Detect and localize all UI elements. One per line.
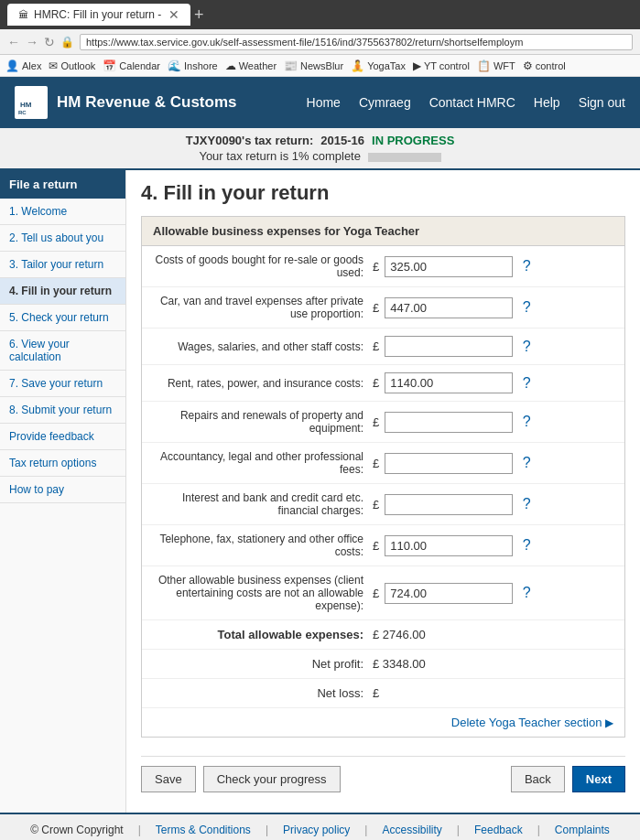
- form-row-rent: Rent, rates, power, and insurance costs:…: [142, 365, 624, 402]
- pound-accountancy: £: [373, 457, 379, 470]
- input-group-other: £ ?: [373, 583, 535, 604]
- user-ref: TJXY0090's tax return:: [186, 134, 314, 147]
- progress-banner: TJXY0090's tax return: 2015-16 IN PROGRE…: [0, 128, 640, 170]
- bookmark-yogatax[interactable]: 🧘 YogaTax: [351, 59, 406, 72]
- nav-help[interactable]: Help: [534, 95, 560, 110]
- help-icon-wages[interactable]: ?: [518, 339, 535, 355]
- nav-contact[interactable]: Contact HMRC: [429, 95, 515, 110]
- check-progress-button[interactable]: Check your progress: [203, 766, 341, 792]
- next-button[interactable]: Next: [572, 766, 625, 792]
- browser-chrome: 🏛 HMRC: Fill in your return - All... ✕ +: [0, 0, 640, 29]
- form-row-accountancy: Accountancy, legal and other professiona…: [142, 443, 624, 484]
- bookmarks-bar: 👤 Alex ✉ Outlook 📅 Calendar 🌊 Inshore ☁ …: [0, 55, 640, 77]
- sidebar-item-options[interactable]: Tax return options: [0, 450, 125, 477]
- pound-wages: £: [373, 339, 379, 353]
- hmrc-logo-text: HM Revenue & Customs: [57, 93, 236, 112]
- input-rent[interactable]: [385, 372, 513, 393]
- input-goods[interactable]: [385, 256, 513, 277]
- pound-telephone: £: [373, 539, 379, 553]
- sidebar-item-pay[interactable]: How to pay: [0, 477, 125, 503]
- pound-rent: £: [373, 376, 379, 390]
- label-wages: Wages, salaries, and other staff costs:: [153, 340, 373, 353]
- input-repairs[interactable]: [385, 412, 513, 433]
- form-row-interest: Interest and bank and credit card etc. f…: [142, 484, 624, 525]
- tab-favicon: 🏛: [18, 9, 28, 20]
- footer-links: © Crown Copyright | Terms & Conditions |…: [15, 824, 625, 836]
- bookmark-calendar[interactable]: 📅 Calendar: [103, 59, 160, 72]
- save-button[interactable]: Save: [141, 766, 196, 792]
- help-icon-travel[interactable]: ?: [518, 299, 535, 316]
- form-row-telephone: Telephone, fax, stationery and other off…: [142, 525, 624, 566]
- back-button[interactable]: ←: [7, 35, 20, 49]
- browser-tab[interactable]: 🏛 HMRC: Fill in your return - All... ✕: [7, 4, 190, 26]
- input-accountancy[interactable]: [385, 453, 513, 474]
- pound-other: £: [373, 587, 379, 600]
- net-loss-value: £: [373, 686, 379, 700]
- bookmark-newsblur[interactable]: 📰 NewsBlur: [284, 59, 343, 72]
- input-wages[interactable]: [385, 336, 513, 357]
- label-repairs: Repairs and renewals of property and equ…: [153, 409, 373, 435]
- hmrc-main-nav: Home Cymraeg Contact HMRC Help Sign out: [307, 95, 625, 110]
- help-icon-other[interactable]: ?: [518, 585, 535, 601]
- nav-home[interactable]: Home: [307, 95, 341, 110]
- net-profit-label: Net profit:: [153, 657, 373, 671]
- input-group-interest: £ ?: [373, 494, 535, 515]
- sidebar-item-submit[interactable]: 8. Submit your return: [0, 397, 125, 424]
- delete-link-container: Delete Yoga Teacher section ▶: [142, 708, 624, 737]
- sidebar-item-tailor[interactable]: 3. Tailor your return: [0, 252, 125, 278]
- sidebar-item-check[interactable]: 5. Check your return: [0, 305, 125, 331]
- svg-text:HM: HM: [20, 101, 32, 109]
- footer-accessibility[interactable]: Accessibility: [382, 824, 441, 836]
- forward-button[interactable]: →: [26, 35, 38, 49]
- bookmark-outlook[interactable]: ✉ Outlook: [49, 59, 95, 72]
- bookmark-weather-icon: ☁: [225, 59, 236, 72]
- help-icon-repairs[interactable]: ?: [518, 414, 535, 430]
- btn-group-left: Save Check your progress: [141, 766, 341, 792]
- back-button[interactable]: Back: [511, 766, 565, 792]
- sidebar-item-welcome[interactable]: 1. Welcome: [0, 199, 125, 225]
- input-telephone[interactable]: [385, 535, 513, 556]
- bookmark-alex-label: Alex: [22, 60, 41, 71]
- address-bar-input[interactable]: [80, 34, 633, 50]
- sidebar-title: File a return: [0, 170, 125, 199]
- delete-section-link[interactable]: Delete Yoga Teacher section ▶: [451, 716, 613, 729]
- footer-feedback[interactable]: Feedback: [474, 824, 523, 836]
- help-icon-interest[interactable]: ?: [518, 496, 535, 512]
- sidebar-item-feedback[interactable]: Provide feedback: [0, 424, 125, 450]
- help-icon-rent[interactable]: ?: [518, 375, 535, 392]
- bookmark-alex-icon: 👤: [5, 59, 19, 72]
- sidebar-item-save[interactable]: 7. Save your return: [0, 371, 125, 397]
- sidebar-item-view-calc[interactable]: 6. View your calculation: [0, 331, 125, 371]
- footer-terms[interactable]: Terms & Conditions: [156, 824, 251, 836]
- bookmark-weather-label: Weather: [239, 60, 277, 71]
- refresh-button[interactable]: ↻: [44, 35, 55, 49]
- input-group-telephone: £ ?: [373, 535, 535, 556]
- help-icon-accountancy[interactable]: ?: [518, 455, 535, 471]
- bookmark-ytcontrol[interactable]: ▶ YT control: [413, 59, 470, 72]
- new-tab-button[interactable]: +: [194, 5, 204, 25]
- input-interest[interactable]: [385, 494, 513, 515]
- bookmark-alex[interactable]: 👤 Alex: [5, 59, 41, 72]
- help-icon-telephone[interactable]: ?: [518, 537, 535, 554]
- bookmark-newsblur-icon: 📰: [284, 59, 298, 72]
- sidebar-item-tell-us[interactable]: 2. Tell us about you: [0, 225, 125, 252]
- sidebar-item-fill-in[interactable]: 4. Fill in your return: [0, 278, 125, 305]
- label-other: Other allowable business expenses (clien…: [153, 574, 373, 612]
- nav-cymraeg[interactable]: Cymraeg: [359, 95, 411, 110]
- hmrc-logo: HM RC HM Revenue & Customs: [15, 86, 236, 119]
- bookmark-control-icon: ⚙: [523, 59, 533, 72]
- bookmark-wft[interactable]: 📋 WFT: [477, 59, 515, 72]
- bookmark-control[interactable]: ⚙ control: [523, 59, 566, 72]
- help-icon-goods[interactable]: ?: [518, 258, 535, 275]
- footer-privacy[interactable]: Privacy policy: [283, 824, 350, 836]
- footer-complaints[interactable]: Complaints: [555, 824, 610, 836]
- input-other[interactable]: [385, 583, 513, 604]
- input-travel[interactable]: [385, 297, 513, 318]
- page-title: 4. Fill in your return: [141, 181, 625, 205]
- bookmark-control-label: control: [536, 60, 566, 71]
- nav-sign-out[interactable]: Sign out: [579, 95, 625, 110]
- tab-close-button[interactable]: ✕: [168, 7, 179, 22]
- bookmark-outlook-label: Outlook: [60, 60, 95, 71]
- bookmark-weather[interactable]: ☁ Weather: [225, 59, 277, 72]
- bookmark-inshore[interactable]: 🌊 Inshore: [168, 59, 218, 72]
